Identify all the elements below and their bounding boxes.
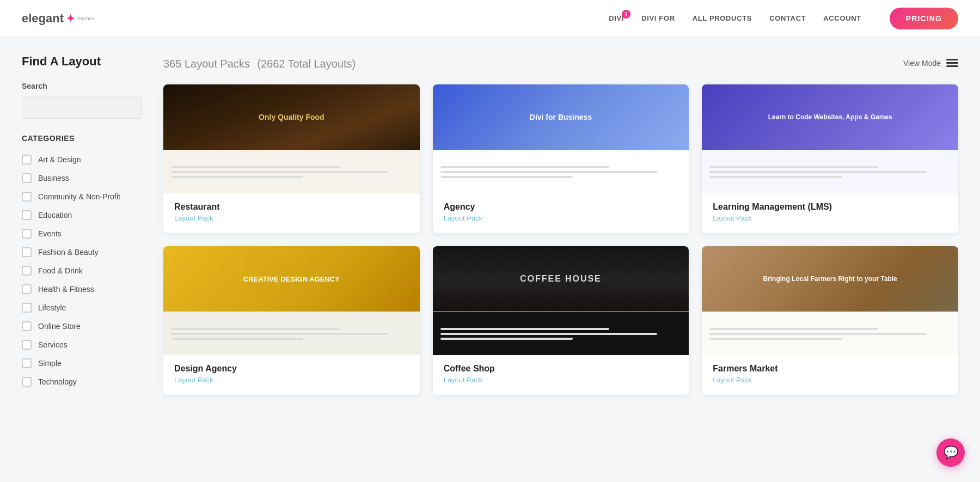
card-image-top: Learn to Code Websites, Apps & Games — [702, 84, 958, 150]
category-item-health-fitness[interactable]: Health & Fitness — [22, 280, 142, 298]
category-checkbox-events[interactable] — [22, 229, 32, 239]
category-checkbox-community[interactable] — [22, 192, 32, 202]
logo-star-icon: ✦ — [66, 12, 75, 25]
card-image-top: CREATIVE DESIGN AGENCY — [163, 246, 420, 312]
logo[interactable]: elegant ✦ themes — [22, 11, 95, 26]
category-checkbox-health-fitness[interactable] — [22, 284, 32, 294]
card-info-design-agency: Design Agency Layout Pack — [163, 355, 420, 395]
nav-links: DIVI 1 DIVI FOR ALL PRODUCTS CONTACT ACC… — [609, 8, 958, 29]
category-checkbox-lifestyle[interactable] — [22, 303, 32, 313]
view-mode-toggle[interactable]: View Mode — [903, 58, 958, 68]
card-image-bottom — [163, 150, 420, 193]
content-header: 365 Layout Packs (2662 Total Layouts) Vi… — [163, 54, 958, 71]
main-container: Find A Layout Search Categories Art & De… — [0, 37, 980, 412]
card-subtitle-coffee-shop: Layout Pack — [444, 376, 678, 384]
layout-count-number: 365 Layout Packs — [163, 58, 250, 70]
card-image-design-agency: CREATIVE DESIGN AGENCY — [163, 246, 420, 355]
logo-name: elegant — [22, 11, 64, 26]
card-image-bottom — [163, 312, 420, 355]
category-checkbox-food-drink[interactable] — [22, 266, 32, 276]
category-item-technology[interactable]: Technology — [22, 373, 142, 391]
layout-card-agency[interactable]: Divi for Business Agency Layout Pack — [433, 84, 689, 233]
divi-badge: 1 — [622, 10, 630, 19]
view-mode-label: View Mode — [903, 59, 941, 68]
card-title-restaurant: Restaurant — [174, 202, 409, 212]
card-info-coffee-shop: Coffee Shop Layout Pack — [433, 355, 689, 395]
category-checkbox-education[interactable] — [22, 210, 32, 220]
layout-grid: Only Quality Food Restaurant Layout Pack… — [163, 84, 958, 395]
card-subtitle-design-agency: Layout Pack — [174, 376, 409, 384]
categories-list: Art & Design Business Community & Non-Pr… — [22, 150, 142, 391]
categories-title: Categories — [22, 134, 142, 143]
category-item-simple[interactable]: Simple — [22, 354, 142, 373]
card-image-bottom — [702, 150, 958, 193]
category-checkbox-business[interactable] — [22, 173, 32, 183]
category-label-business: Business — [38, 174, 69, 182]
layout-count-total: (2662 Total Layouts) — [257, 58, 356, 70]
category-label-fashion-beauty: Fashion & Beauty — [38, 248, 99, 257]
card-subtitle-farmers-market: Layout Pack — [713, 376, 947, 384]
logo-text: elegant ✦ themes — [22, 11, 95, 26]
category-item-education[interactable]: Education — [22, 206, 142, 224]
card-image-top: Divi for Business — [433, 84, 689, 150]
nav-item-contact[interactable]: CONTACT — [769, 14, 806, 22]
layout-card-restaurant[interactable]: Only Quality Food Restaurant Layout Pack — [163, 84, 420, 233]
category-label-art-design: Art & Design — [38, 155, 81, 164]
card-info-agency: Agency Layout Pack — [433, 193, 689, 233]
card-image-top: COFFEE HOUSE — [433, 246, 689, 312]
card-image-bottom — [702, 312, 958, 355]
category-label-simple: Simple — [38, 359, 62, 368]
category-checkbox-technology[interactable] — [22, 377, 32, 387]
category-label-health-fitness: Health & Fitness — [38, 285, 94, 294]
category-item-services[interactable]: Services — [22, 335, 142, 354]
category-checkbox-fashion-beauty[interactable] — [22, 247, 32, 257]
card-info-restaurant: Restaurant Layout Pack — [163, 193, 420, 233]
category-checkbox-art-design[interactable] — [22, 155, 32, 164]
category-checkbox-services[interactable] — [22, 340, 32, 350]
category-item-events[interactable]: Events — [22, 224, 142, 243]
sidebar-title: Find A Layout — [22, 54, 142, 69]
category-item-community[interactable]: Community & Non-Profit — [22, 187, 142, 206]
card-image-top: Bringing Local Farmers Right to your Tab… — [702, 246, 958, 312]
category-label-events: Events — [38, 229, 62, 238]
layout-card-lms[interactable]: Learn to Code Websites, Apps & Games Lea… — [702, 84, 958, 233]
search-label: Search — [22, 82, 142, 90]
card-image-bottom — [433, 312, 689, 355]
card-image-coffee-shop: COFFEE HOUSE — [433, 246, 689, 355]
layout-card-farmers-market[interactable]: Bringing Local Farmers Right to your Tab… — [702, 246, 958, 395]
card-image-restaurant: Only Quality Food — [163, 84, 420, 193]
card-image-lms: Learn to Code Websites, Apps & Games — [702, 84, 958, 193]
category-label-education: Education — [38, 211, 72, 219]
card-image-top: Only Quality Food — [163, 84, 420, 150]
category-item-online-store[interactable]: Online Store — [22, 317, 142, 335]
card-title-coffee-shop: Coffee Shop — [444, 364, 678, 374]
category-item-fashion-beauty[interactable]: Fashion & Beauty — [22, 243, 142, 261]
card-subtitle-agency: Layout Pack — [444, 214, 678, 222]
nav-item-divi-for[interactable]: DIVI FOR — [641, 14, 675, 22]
category-item-business[interactable]: Business — [22, 169, 142, 187]
card-subtitle-restaurant: Layout Pack — [174, 214, 409, 222]
nav-item-divi[interactable]: DIVI 1 — [609, 14, 624, 22]
category-item-lifestyle[interactable]: Lifestyle — [22, 298, 142, 317]
card-image-agency: Divi for Business — [433, 84, 689, 193]
category-label-community: Community & Non-Profit — [38, 192, 120, 201]
card-image-bottom — [433, 150, 689, 193]
pricing-button[interactable]: PRICING — [890, 8, 958, 29]
card-info-farmers-market: Farmers Market Layout Pack — [702, 355, 958, 395]
card-title-design-agency: Design Agency — [174, 364, 409, 374]
layout-card-coffee-shop[interactable]: COFFEE HOUSE Coffee Shop Layout Pack — [433, 246, 689, 395]
category-item-food-drink[interactable]: Food & Drink — [22, 261, 142, 280]
card-info-lms: Learning Management (LMS) Layout Pack — [702, 193, 958, 233]
category-checkbox-online-store[interactable] — [22, 321, 32, 331]
category-label-services: Services — [38, 340, 68, 349]
view-mode-icon — [946, 58, 958, 68]
layout-card-design-agency[interactable]: CREATIVE DESIGN AGENCY Design Agency Lay… — [163, 246, 420, 395]
nav-item-account[interactable]: ACCOUNT — [823, 14, 861, 22]
category-checkbox-simple[interactable] — [22, 358, 32, 368]
content-area: 365 Layout Packs (2662 Total Layouts) Vi… — [163, 54, 958, 395]
search-input[interactable] — [22, 96, 142, 119]
sidebar: Find A Layout Search Categories Art & De… — [22, 54, 142, 395]
card-title-lms: Learning Management (LMS) — [713, 202, 947, 212]
category-item-art-design[interactable]: Art & Design — [22, 150, 142, 169]
nav-item-all-products[interactable]: ALL PRODUCTS — [693, 14, 752, 22]
